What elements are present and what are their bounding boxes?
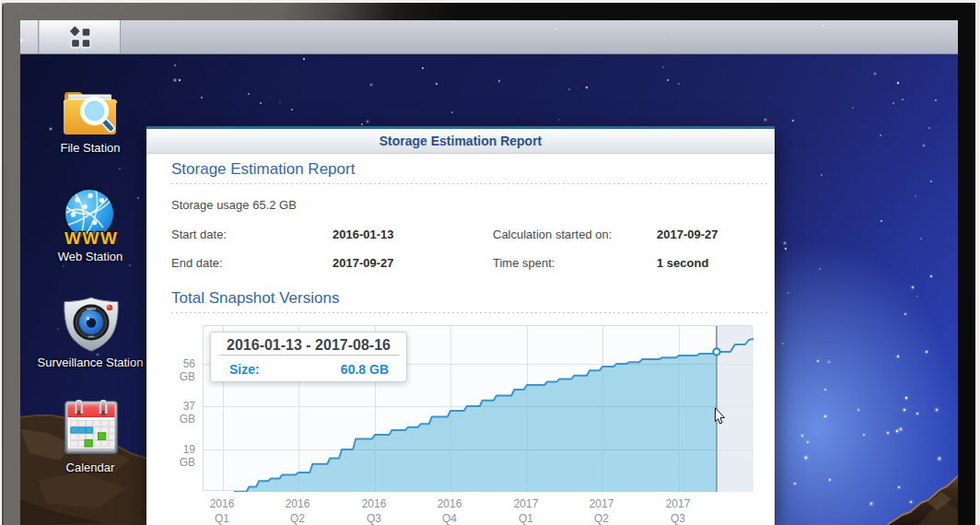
svg-text:WWW: WWW (64, 228, 117, 248)
